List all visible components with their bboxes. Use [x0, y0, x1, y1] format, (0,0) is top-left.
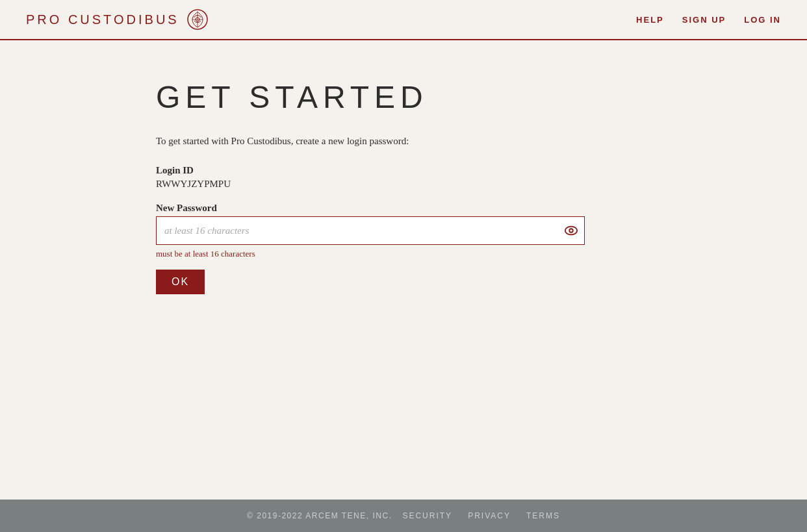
site-footer: © 2019-2022 ARCEM TENE, INC. SECURITY PR… [0, 500, 807, 532]
copyright-text: © 2019-2022 ARCEM TENE, INC. [247, 511, 392, 520]
eye-icon [564, 223, 578, 238]
new-password-label: New Password [156, 203, 781, 214]
password-input-wrapper [156, 216, 585, 245]
error-message: must be at least 16 characters [156, 249, 781, 259]
password-input[interactable] [156, 216, 585, 245]
page-title: GET STARTED [156, 79, 781, 115]
footer-links: SECURITY PRIVACY TERMS [402, 511, 559, 520]
site-header: PRO CUSTODIBUS HELP SIGN UP LOG IN [0, 0, 807, 40]
login-id-value: RWWYJZYPMPU [156, 179, 781, 190]
crest-icon [186, 8, 209, 31]
nav-login[interactable]: LOG IN [744, 15, 781, 25]
password-section: New Password must be at least 16 charact… [156, 203, 781, 259]
nav-signup[interactable]: SIGN UP [682, 15, 726, 25]
footer-security-link[interactable]: SECURITY [402, 511, 452, 520]
login-id-label: Login ID [156, 165, 781, 176]
footer-terms-link[interactable]: TERMS [526, 511, 560, 520]
svg-point-5 [569, 229, 573, 233]
subtitle-text: To get started with Pro Custodibus, crea… [156, 136, 781, 147]
logo: PRO CUSTODIBUS [26, 8, 209, 31]
logo-text: PRO CUSTODIBUS [26, 12, 179, 27]
login-id-section: Login ID RWWYJZYPMPU [156, 165, 781, 190]
main-content: GET STARTED To get started with Pro Cust… [0, 40, 807, 500]
svg-point-4 [565, 227, 577, 235]
footer-privacy-link[interactable]: PRIVACY [468, 511, 511, 520]
main-nav: HELP SIGN UP LOG IN [636, 15, 781, 25]
toggle-password-visibility-button[interactable] [564, 223, 578, 238]
ok-button[interactable]: OK [156, 270, 205, 294]
nav-help[interactable]: HELP [636, 15, 664, 25]
